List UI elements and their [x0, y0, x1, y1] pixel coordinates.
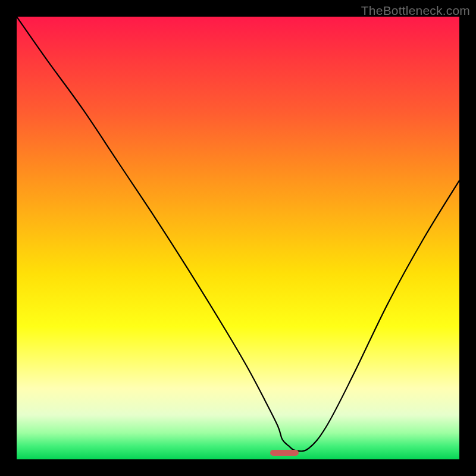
- bottleneck-curve: [17, 17, 459, 459]
- optimal-marker: [270, 450, 299, 456]
- chart-plot-area: [17, 17, 459, 459]
- watermark-text: TheBottleneck.com: [361, 4, 470, 18]
